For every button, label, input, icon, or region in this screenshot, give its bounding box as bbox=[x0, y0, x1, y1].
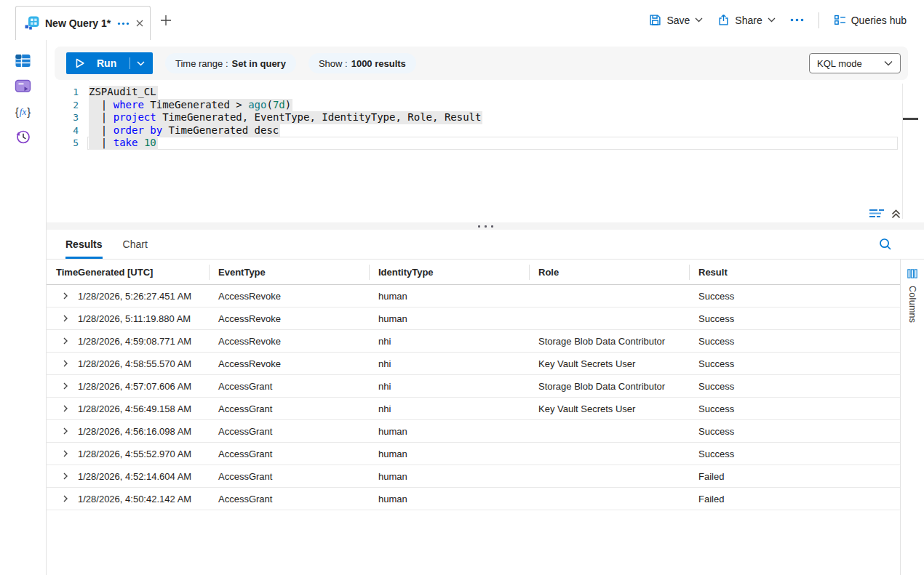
row-cell[interactable]: AccessGrant bbox=[209, 465, 369, 488]
row-expand-icon[interactable] bbox=[62, 360, 69, 367]
tab-close-icon[interactable] bbox=[135, 19, 144, 28]
code-line[interactable]: ZSPAudit_CL bbox=[89, 86, 854, 99]
row-expand-icon[interactable] bbox=[62, 405, 69, 412]
column-header[interactable]: EventType bbox=[209, 260, 369, 285]
row-cell[interactable]: Success bbox=[689, 420, 900, 443]
column-header[interactable]: IdentityType bbox=[369, 260, 529, 285]
row-expander-cell[interactable]: 1/28/2026, 4:57:07.606 AM bbox=[47, 375, 209, 398]
row-expander-cell[interactable]: 1/28/2026, 4:58:55.570 AM bbox=[47, 353, 209, 375]
row-expand-icon[interactable] bbox=[62, 495, 69, 502]
row-cell[interactable]: Success bbox=[689, 398, 900, 420]
share-button[interactable]: Share bbox=[717, 14, 775, 26]
more-actions-button[interactable] bbox=[790, 18, 804, 22]
code-line[interactable]: | take 10 bbox=[89, 137, 854, 150]
row-cell[interactable] bbox=[529, 465, 689, 488]
row-expand-icon[interactable] bbox=[62, 450, 69, 457]
kql-mode-select[interactable]: KQL mode bbox=[809, 53, 901, 73]
functions-icon[interactable]: {fx} bbox=[14, 103, 33, 120]
row-cell[interactable]: Success bbox=[689, 443, 900, 465]
row-cell[interactable]: human bbox=[369, 420, 529, 443]
resize-dot bbox=[491, 225, 493, 228]
column-header[interactable]: TimeGenerated [UTC] bbox=[47, 260, 209, 285]
format-icon[interactable] bbox=[869, 209, 885, 219]
row-cell[interactable]: nhi bbox=[369, 375, 529, 398]
row-expand-icon[interactable] bbox=[62, 292, 69, 299]
tab-chart[interactable]: Chart bbox=[123, 230, 148, 259]
row-cell[interactable]: nhi bbox=[369, 330, 529, 353]
row-cell[interactable]: Storage Blob Data Contributor bbox=[529, 330, 689, 353]
query-tab[interactable]: New Query 1* bbox=[15, 6, 151, 40]
row-expander-cell[interactable]: 1/28/2026, 4:56:49.158 AM bbox=[47, 398, 209, 420]
row-expand-icon[interactable] bbox=[62, 427, 69, 435]
row-cell[interactable]: human bbox=[369, 488, 529, 510]
tab-title: New Query 1* bbox=[45, 17, 111, 29]
row-expander-cell[interactable]: 1/28/2026, 5:26:27.451 AM bbox=[47, 285, 209, 307]
code-line[interactable]: | order by TimeGenerated desc bbox=[89, 124, 854, 137]
row-cell[interactable]: AccessGrant bbox=[209, 443, 369, 465]
row-cell[interactable]: AccessGrant bbox=[209, 375, 369, 398]
collapse-editor-icon[interactable] bbox=[891, 208, 901, 219]
row-expander-cell[interactable]: 1/28/2026, 4:50:42.142 AM bbox=[47, 488, 209, 510]
row-cell[interactable]: AccessGrant bbox=[209, 420, 369, 443]
row-cell[interactable] bbox=[529, 420, 689, 443]
row-expander-cell[interactable]: 1/28/2026, 4:59:08.771 AM bbox=[47, 330, 209, 353]
row-cell[interactable]: human bbox=[369, 285, 529, 307]
row-cell[interactable]: AccessRevoke bbox=[209, 307, 369, 330]
code-line[interactable]: | where TimeGenerated > ago(7d) bbox=[89, 99, 854, 112]
left-sidebar: {fx} bbox=[0, 40, 47, 575]
row-cell[interactable]: AccessRevoke bbox=[209, 330, 369, 353]
row-cell[interactable]: human bbox=[369, 443, 529, 465]
row-cell[interactable]: Storage Blob Data Contributor bbox=[529, 375, 689, 398]
row-cell[interactable]: AccessGrant bbox=[209, 488, 369, 510]
row-expander-cell[interactable]: 1/28/2026, 5:11:19.880 AM bbox=[47, 307, 209, 330]
code-line[interactable]: | project TimeGenerated, EventType, Iden… bbox=[89, 111, 854, 124]
new-tab-button[interactable] bbox=[159, 14, 172, 27]
row-expand-icon[interactable] bbox=[62, 382, 69, 390]
row-cell[interactable]: human bbox=[369, 465, 529, 488]
code-editor[interactable]: 12345 ZSPAudit_CL | where TimeGenerated … bbox=[47, 84, 924, 222]
row-cell[interactable]: Failed bbox=[689, 488, 900, 510]
column-header[interactable]: Result bbox=[689, 260, 900, 285]
editor-scroll-marker[interactable] bbox=[903, 118, 918, 120]
row-expander-cell[interactable]: 1/28/2026, 4:56:16.098 AM bbox=[47, 420, 209, 443]
row-cell[interactable] bbox=[529, 285, 689, 307]
pane-resize-handle[interactable] bbox=[47, 222, 924, 230]
save-button[interactable]: Save bbox=[649, 14, 703, 26]
row-cell[interactable]: Success bbox=[689, 375, 900, 398]
row-expander-cell[interactable]: 1/28/2026, 4:55:52.970 AM bbox=[47, 443, 209, 465]
columns-side-panel[interactable]: Columns bbox=[900, 260, 924, 575]
row-cell[interactable] bbox=[529, 443, 689, 465]
row-cell[interactable]: nhi bbox=[369, 353, 529, 375]
row-expander-cell[interactable]: 1/28/2026, 4:52:14.604 AM bbox=[47, 465, 209, 488]
row-cell[interactable]: Success bbox=[689, 330, 900, 353]
column-header[interactable]: Role bbox=[529, 260, 689, 285]
row-cell[interactable]: nhi bbox=[369, 398, 529, 420]
row-cell[interactable]: Success bbox=[689, 285, 900, 307]
show-results-picker[interactable]: Show : 1000 results bbox=[308, 53, 416, 73]
tab-more-icon[interactable] bbox=[117, 22, 130, 25]
queries-icon[interactable] bbox=[14, 78, 33, 95]
row-cell[interactable]: AccessGrant bbox=[209, 398, 369, 420]
row-expand-icon[interactable] bbox=[62, 315, 69, 322]
row-expand-icon[interactable] bbox=[62, 337, 69, 345]
query-history-icon[interactable] bbox=[14, 129, 33, 145]
row-cell[interactable] bbox=[529, 488, 689, 510]
row-cell[interactable]: AccessRevoke bbox=[209, 353, 369, 375]
tables-icon[interactable] bbox=[14, 52, 33, 69]
queries-hub-button[interactable]: Queries hub bbox=[834, 14, 907, 26]
row-expand-icon[interactable] bbox=[62, 473, 69, 480]
editor-code[interactable]: ZSPAudit_CL | where TimeGenerated > ago(… bbox=[89, 86, 854, 150]
tab-results[interactable]: Results bbox=[65, 230, 103, 259]
row-cell[interactable]: Success bbox=[689, 353, 900, 375]
row-cell[interactable]: AccessRevoke bbox=[209, 285, 369, 307]
search-results-button[interactable] bbox=[878, 237, 893, 252]
row-cell[interactable]: Failed bbox=[689, 465, 900, 488]
run-dropdown-icon[interactable] bbox=[137, 61, 145, 66]
row-cell[interactable]: Key Vault Secrets User bbox=[529, 353, 689, 375]
row-cell[interactable]: Key Vault Secrets User bbox=[529, 398, 689, 420]
time-range-picker[interactable]: Time range : Set in query bbox=[165, 53, 296, 73]
run-button[interactable]: Run bbox=[66, 52, 153, 74]
row-cell[interactable]: Success bbox=[689, 307, 900, 330]
row-cell[interactable]: human bbox=[369, 307, 529, 330]
row-cell[interactable] bbox=[529, 307, 689, 330]
